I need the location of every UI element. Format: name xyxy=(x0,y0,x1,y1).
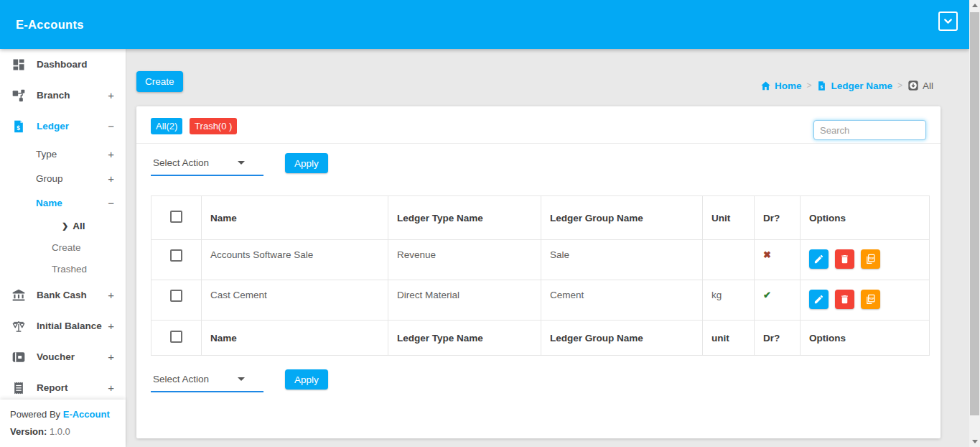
cell-ledger-group-name: Sale xyxy=(541,240,703,280)
sidebar-item-label: Dashboard xyxy=(37,59,88,70)
trash-icon xyxy=(839,294,850,305)
sidebar: Dashboard Branch + $ Ledger − Type + Gro… xyxy=(0,49,126,447)
brand-link[interactable]: E-Account xyxy=(63,409,110,420)
sidebar-item-dashboard[interactable]: Dashboard xyxy=(0,49,126,80)
sidebar-item-branch[interactable]: Branch + xyxy=(0,80,126,111)
pdf-file-icon: PDF xyxy=(865,254,876,264)
sidebar-item-report[interactable]: Report + xyxy=(0,372,126,403)
expand-plus-icon: + xyxy=(108,148,114,160)
cell-ledger-group-name: Cement xyxy=(541,280,703,321)
branch-icon xyxy=(11,88,26,103)
version-value: 1.0.0 xyxy=(50,426,70,437)
check-icon: ✔ xyxy=(763,290,771,300)
cell-options: PDF xyxy=(801,240,930,280)
expand-plus-icon: + xyxy=(108,382,114,394)
expand-plus-icon: + xyxy=(108,172,114,185)
cell-name: Cast Cement xyxy=(202,280,388,321)
expand-plus-icon: + xyxy=(108,351,114,363)
column-header-ledger-group-name: Ledger Group Name xyxy=(541,196,703,240)
row-checkbox[interactable] xyxy=(170,290,182,302)
home-icon xyxy=(760,80,771,91)
sidebar-item-name-create[interactable]: Create xyxy=(0,236,126,258)
select-action-dropdown[interactable]: Select Action xyxy=(151,369,263,392)
cell-name: Accounts Software Sale xyxy=(202,240,388,280)
breadcrumb-separator: > xyxy=(806,80,811,91)
report-icon xyxy=(11,381,26,395)
chevron-down-icon xyxy=(942,15,954,27)
sidebar-item-label: Group xyxy=(36,173,63,184)
svg-text:$: $ xyxy=(821,83,823,88)
vertical-scrollbar[interactable] xyxy=(969,0,980,447)
apply-button[interactable]: Apply xyxy=(285,369,328,390)
voucher-icon xyxy=(11,350,26,364)
tab-trash[interactable]: Trash(0 ) xyxy=(190,118,237,134)
breadcrumb-current-all: All xyxy=(907,80,933,91)
cross-icon: ✖ xyxy=(763,249,771,260)
breadcrumb-home-link[interactable]: Home xyxy=(760,80,802,91)
pdf-button[interactable]: PDF xyxy=(861,290,880,309)
pdf-file-icon: PDF xyxy=(865,294,876,305)
sidebar-item-name-trashed[interactable]: Trashed xyxy=(0,258,126,280)
dashboard-icon xyxy=(11,57,26,72)
collapse-minus-icon: − xyxy=(108,197,114,209)
tabs-row: All(2) Trash(0 ) xyxy=(136,106,941,144)
footer-column-dr: Dr? xyxy=(755,321,801,356)
sidebar-item-ledger[interactable]: $ Ledger − xyxy=(0,111,126,142)
version-label: Version: xyxy=(10,426,47,437)
select-action-dropdown[interactable]: Select Action xyxy=(151,153,263,176)
footer-column-name: Name xyxy=(202,321,388,356)
bank-icon xyxy=(11,288,26,303)
pencil-icon xyxy=(813,254,824,264)
bulk-action-row-top: Select Action Apply xyxy=(151,153,941,176)
sidebar-item-ledger-type[interactable]: Type + xyxy=(0,142,126,166)
apply-button[interactable]: Apply xyxy=(285,153,328,173)
bulk-action-row-bottom: Select Action Apply xyxy=(151,369,941,392)
cell-unit xyxy=(703,240,755,280)
select-all-checkbox[interactable] xyxy=(170,211,182,223)
footer-column-ledger-type-name: Ledger Type Name xyxy=(388,321,541,356)
table-footer-row: Name Ledger Type Name Ledger Group Name … xyxy=(151,321,930,356)
footer-column-unit: unit xyxy=(703,321,755,356)
sidebar-item-label: Initial Balance xyxy=(37,321,102,331)
cell-ledger-type-name: Revenue xyxy=(388,240,541,280)
trash-icon xyxy=(839,254,850,264)
circle-down-icon xyxy=(907,80,919,91)
breadcrumb-ledger-name-link[interactable]: $ Ledger Name xyxy=(816,80,892,91)
sidebar-item-initial-balance[interactable]: Initial Balance + xyxy=(0,310,126,341)
row-checkbox[interactable] xyxy=(170,249,182,262)
sidebar-item-label: Voucher xyxy=(37,351,75,362)
sidebar-item-bank-cash[interactable]: Bank Cash + xyxy=(0,280,126,310)
sidebar-footer: Powered By E-Account Version: 1.0.0 xyxy=(0,400,126,447)
column-header-options: Options xyxy=(801,196,930,240)
search-input[interactable] xyxy=(813,120,926,140)
sidebar-item-label: Type xyxy=(36,149,57,160)
tab-all[interactable]: All(2) xyxy=(151,118,182,134)
select-all-checkbox[interactable] xyxy=(170,331,182,343)
sidebar-item-ledger-name[interactable]: Name − xyxy=(0,190,126,215)
caret-down-icon xyxy=(238,161,245,165)
cell-unit: kg xyxy=(703,280,755,321)
sidebar-item-label: Report xyxy=(37,382,68,393)
ledger-table-wrap: Name Ledger Type Name Ledger Group Name … xyxy=(151,195,930,356)
scrollbar-thumb[interactable] xyxy=(970,12,979,415)
sidebar-item-voucher[interactable]: Voucher + xyxy=(0,341,126,372)
breadcrumb: Home > $ Ledger Name > All xyxy=(760,80,933,91)
header-dropdown-button[interactable] xyxy=(938,11,958,31)
create-button[interactable]: Create xyxy=(136,71,183,92)
sidebar-item-name-all[interactable]: ❯ All xyxy=(0,215,126,236)
delete-button[interactable] xyxy=(835,290,854,309)
balance-scale-icon xyxy=(11,319,26,333)
pdf-button[interactable]: PDF xyxy=(861,249,880,269)
sidebar-item-label: All xyxy=(73,221,85,231)
scroll-down-arrow-icon[interactable] xyxy=(969,436,980,447)
ledger-table: Name Ledger Type Name Ledger Group Name … xyxy=(151,195,930,356)
scroll-up-arrow-icon[interactable] xyxy=(969,0,980,11)
column-header-dr: Dr? xyxy=(755,196,801,240)
sidebar-item-ledger-group[interactable]: Group + xyxy=(0,166,126,190)
expand-plus-icon: + xyxy=(108,289,114,301)
edit-button[interactable] xyxy=(809,249,829,269)
cell-ledger-type-name: Direct Material xyxy=(388,280,541,321)
sidebar-item-label: Create xyxy=(52,242,81,253)
edit-button[interactable] xyxy=(809,290,829,309)
delete-button[interactable] xyxy=(835,249,854,269)
